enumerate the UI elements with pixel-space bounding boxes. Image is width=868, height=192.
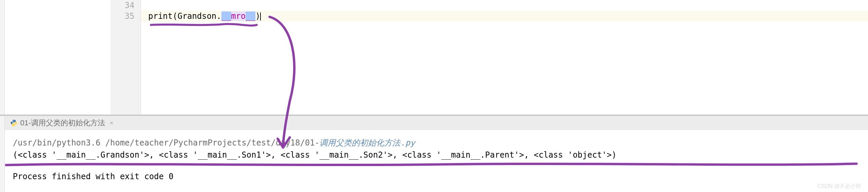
- token-magic: __: [246, 11, 255, 21]
- token-name: Grandson: [178, 11, 217, 21]
- console-command-line: /usr/bin/python3.6 /home/teacher/Pycharm…: [13, 137, 868, 149]
- code-body[interactable]: print(Grandson.__mro__): [141, 0, 868, 115]
- run-console[interactable]: /usr/bin/python3.6 /home/teacher/Pycharm…: [5, 130, 868, 192]
- code-editor[interactable]: 34 35 print(Grandson.__mro__): [111, 0, 868, 115]
- run-tool-tab-bar: 01-调用父类的初始化方法 ×: [5, 116, 868, 130]
- command-ext: .py: [400, 138, 415, 148]
- run-tab[interactable]: 01-调用父类的初始化方法 ×: [7, 117, 118, 129]
- line-number: 35: [111, 11, 141, 22]
- svg-point-1: [14, 125, 15, 126]
- command-path: /usr/bin/python3.6 /home/teacher/Pycharm…: [13, 138, 319, 148]
- code-line-34[interactable]: [141, 0, 868, 11]
- caret-icon: [260, 12, 261, 21]
- python-file-icon: [10, 119, 18, 127]
- left-gutter-strip: [0, 0, 5, 115]
- token-dot: .: [216, 11, 221, 21]
- console-output-line: (<class '__main__.Grandson'>, <class '__…: [13, 149, 868, 161]
- close-icon[interactable]: ×: [110, 120, 114, 127]
- watermark: CSDN @不必介怀: [817, 183, 861, 190]
- line-gutter: 34 35: [111, 0, 141, 115]
- token-magic: __: [221, 11, 231, 21]
- token-magic: mro: [231, 11, 246, 21]
- line-number: 34: [111, 0, 141, 11]
- console-exit-line: Process finished with exit code 0: [13, 170, 868, 183]
- token-call: print: [148, 11, 173, 21]
- command-path-cn: 调用父类的初始化方法: [319, 138, 400, 148]
- run-tab-label: 01-调用父类的初始化方法: [20, 118, 105, 128]
- token-paren: ): [255, 11, 260, 21]
- left-gutter-strip-lower: [0, 116, 5, 192]
- svg-point-0: [12, 120, 13, 121]
- token-paren: (: [173, 11, 177, 21]
- code-line-35[interactable]: print(Grandson.__mro__): [141, 11, 868, 22]
